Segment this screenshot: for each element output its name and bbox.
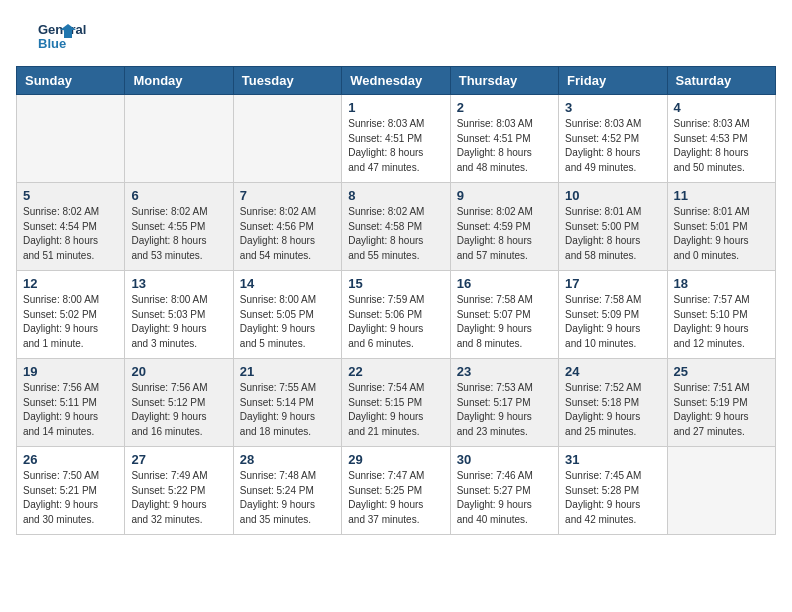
day-number: 28 xyxy=(240,452,335,467)
day-number: 9 xyxy=(457,188,552,203)
day-number: 1 xyxy=(348,100,443,115)
page-header: General Blue xyxy=(16,16,776,56)
day-number: 22 xyxy=(348,364,443,379)
day-info: Sunrise: 7:54 AM Sunset: 5:15 PM Dayligh… xyxy=(348,381,443,439)
day-number: 17 xyxy=(565,276,660,291)
calendar-cell: 14Sunrise: 8:00 AM Sunset: 5:05 PM Dayli… xyxy=(233,271,341,359)
calendar-cell: 13Sunrise: 8:00 AM Sunset: 5:03 PM Dayli… xyxy=(125,271,233,359)
calendar-cell xyxy=(125,95,233,183)
calendar-cell: 9Sunrise: 8:02 AM Sunset: 4:59 PM Daylig… xyxy=(450,183,558,271)
day-info: Sunrise: 7:51 AM Sunset: 5:19 PM Dayligh… xyxy=(674,381,769,439)
calendar-cell: 8Sunrise: 8:02 AM Sunset: 4:58 PM Daylig… xyxy=(342,183,450,271)
weekday-header-sunday: Sunday xyxy=(17,67,125,95)
calendar-cell: 20Sunrise: 7:56 AM Sunset: 5:12 PM Dayli… xyxy=(125,359,233,447)
day-info: Sunrise: 8:01 AM Sunset: 5:01 PM Dayligh… xyxy=(674,205,769,263)
day-info: Sunrise: 7:50 AM Sunset: 5:21 PM Dayligh… xyxy=(23,469,118,527)
calendar-cell: 17Sunrise: 7:58 AM Sunset: 5:09 PM Dayli… xyxy=(559,271,667,359)
calendar-cell: 16Sunrise: 7:58 AM Sunset: 5:07 PM Dayli… xyxy=(450,271,558,359)
calendar-cell: 29Sunrise: 7:47 AM Sunset: 5:25 PM Dayli… xyxy=(342,447,450,535)
day-number: 11 xyxy=(674,188,769,203)
day-number: 4 xyxy=(674,100,769,115)
day-info: Sunrise: 8:02 AM Sunset: 4:58 PM Dayligh… xyxy=(348,205,443,263)
day-number: 21 xyxy=(240,364,335,379)
day-number: 5 xyxy=(23,188,118,203)
day-info: Sunrise: 8:03 AM Sunset: 4:52 PM Dayligh… xyxy=(565,117,660,175)
day-number: 23 xyxy=(457,364,552,379)
day-number: 24 xyxy=(565,364,660,379)
weekday-header-wednesday: Wednesday xyxy=(342,67,450,95)
day-number: 6 xyxy=(131,188,226,203)
calendar-week-row: 1Sunrise: 8:03 AM Sunset: 4:51 PM Daylig… xyxy=(17,95,776,183)
day-info: Sunrise: 8:02 AM Sunset: 4:54 PM Dayligh… xyxy=(23,205,118,263)
day-number: 2 xyxy=(457,100,552,115)
day-info: Sunrise: 7:56 AM Sunset: 5:11 PM Dayligh… xyxy=(23,381,118,439)
calendar-cell: 18Sunrise: 7:57 AM Sunset: 5:10 PM Dayli… xyxy=(667,271,775,359)
day-info: Sunrise: 7:57 AM Sunset: 5:10 PM Dayligh… xyxy=(674,293,769,351)
day-info: Sunrise: 7:58 AM Sunset: 5:07 PM Dayligh… xyxy=(457,293,552,351)
calendar-cell: 3Sunrise: 8:03 AM Sunset: 4:52 PM Daylig… xyxy=(559,95,667,183)
weekday-header-row: SundayMondayTuesdayWednesdayThursdayFrid… xyxy=(17,67,776,95)
day-number: 12 xyxy=(23,276,118,291)
calendar-cell: 26Sunrise: 7:50 AM Sunset: 5:21 PM Dayli… xyxy=(17,447,125,535)
weekday-header-thursday: Thursday xyxy=(450,67,558,95)
logo-icon: General Blue xyxy=(16,16,96,56)
day-info: Sunrise: 7:56 AM Sunset: 5:12 PM Dayligh… xyxy=(131,381,226,439)
weekday-header-tuesday: Tuesday xyxy=(233,67,341,95)
calendar-table: SundayMondayTuesdayWednesdayThursdayFrid… xyxy=(16,66,776,535)
day-number: 26 xyxy=(23,452,118,467)
calendar-cell xyxy=(667,447,775,535)
day-info: Sunrise: 7:53 AM Sunset: 5:17 PM Dayligh… xyxy=(457,381,552,439)
calendar-week-row: 5Sunrise: 8:02 AM Sunset: 4:54 PM Daylig… xyxy=(17,183,776,271)
weekday-header-friday: Friday xyxy=(559,67,667,95)
weekday-header-monday: Monday xyxy=(125,67,233,95)
day-number: 13 xyxy=(131,276,226,291)
day-info: Sunrise: 8:03 AM Sunset: 4:51 PM Dayligh… xyxy=(457,117,552,175)
calendar-cell: 27Sunrise: 7:49 AM Sunset: 5:22 PM Dayli… xyxy=(125,447,233,535)
day-number: 31 xyxy=(565,452,660,467)
day-number: 14 xyxy=(240,276,335,291)
day-info: Sunrise: 8:03 AM Sunset: 4:51 PM Dayligh… xyxy=(348,117,443,175)
calendar-cell: 21Sunrise: 7:55 AM Sunset: 5:14 PM Dayli… xyxy=(233,359,341,447)
svg-text:Blue: Blue xyxy=(38,36,66,51)
calendar-cell: 1Sunrise: 8:03 AM Sunset: 4:51 PM Daylig… xyxy=(342,95,450,183)
calendar-cell: 15Sunrise: 7:59 AM Sunset: 5:06 PM Dayli… xyxy=(342,271,450,359)
weekday-header-saturday: Saturday xyxy=(667,67,775,95)
day-info: Sunrise: 8:02 AM Sunset: 4:56 PM Dayligh… xyxy=(240,205,335,263)
day-info: Sunrise: 8:00 AM Sunset: 5:02 PM Dayligh… xyxy=(23,293,118,351)
day-info: Sunrise: 8:00 AM Sunset: 5:03 PM Dayligh… xyxy=(131,293,226,351)
calendar-cell: 7Sunrise: 8:02 AM Sunset: 4:56 PM Daylig… xyxy=(233,183,341,271)
calendar-cell: 2Sunrise: 8:03 AM Sunset: 4:51 PM Daylig… xyxy=(450,95,558,183)
calendar-cell: 28Sunrise: 7:48 AM Sunset: 5:24 PM Dayli… xyxy=(233,447,341,535)
day-number: 15 xyxy=(348,276,443,291)
day-info: Sunrise: 7:47 AM Sunset: 5:25 PM Dayligh… xyxy=(348,469,443,527)
calendar-cell xyxy=(17,95,125,183)
calendar-cell: 4Sunrise: 8:03 AM Sunset: 4:53 PM Daylig… xyxy=(667,95,775,183)
calendar-week-row: 12Sunrise: 8:00 AM Sunset: 5:02 PM Dayli… xyxy=(17,271,776,359)
day-info: Sunrise: 8:00 AM Sunset: 5:05 PM Dayligh… xyxy=(240,293,335,351)
day-number: 3 xyxy=(565,100,660,115)
day-number: 8 xyxy=(348,188,443,203)
calendar-cell: 5Sunrise: 8:02 AM Sunset: 4:54 PM Daylig… xyxy=(17,183,125,271)
calendar-cell: 23Sunrise: 7:53 AM Sunset: 5:17 PM Dayli… xyxy=(450,359,558,447)
day-number: 19 xyxy=(23,364,118,379)
day-number: 18 xyxy=(674,276,769,291)
day-info: Sunrise: 8:02 AM Sunset: 4:55 PM Dayligh… xyxy=(131,205,226,263)
calendar-cell xyxy=(233,95,341,183)
day-number: 25 xyxy=(674,364,769,379)
day-info: Sunrise: 7:49 AM Sunset: 5:22 PM Dayligh… xyxy=(131,469,226,527)
day-number: 29 xyxy=(348,452,443,467)
calendar-cell: 22Sunrise: 7:54 AM Sunset: 5:15 PM Dayli… xyxy=(342,359,450,447)
calendar-cell: 30Sunrise: 7:46 AM Sunset: 5:27 PM Dayli… xyxy=(450,447,558,535)
day-number: 27 xyxy=(131,452,226,467)
day-number: 10 xyxy=(565,188,660,203)
calendar-cell: 11Sunrise: 8:01 AM Sunset: 5:01 PM Dayli… xyxy=(667,183,775,271)
calendar-week-row: 19Sunrise: 7:56 AM Sunset: 5:11 PM Dayli… xyxy=(17,359,776,447)
calendar-cell: 10Sunrise: 8:01 AM Sunset: 5:00 PM Dayli… xyxy=(559,183,667,271)
day-number: 16 xyxy=(457,276,552,291)
day-number: 20 xyxy=(131,364,226,379)
day-info: Sunrise: 7:55 AM Sunset: 5:14 PM Dayligh… xyxy=(240,381,335,439)
calendar-week-row: 26Sunrise: 7:50 AM Sunset: 5:21 PM Dayli… xyxy=(17,447,776,535)
calendar-cell: 12Sunrise: 8:00 AM Sunset: 5:02 PM Dayli… xyxy=(17,271,125,359)
day-info: Sunrise: 7:52 AM Sunset: 5:18 PM Dayligh… xyxy=(565,381,660,439)
day-info: Sunrise: 7:46 AM Sunset: 5:27 PM Dayligh… xyxy=(457,469,552,527)
